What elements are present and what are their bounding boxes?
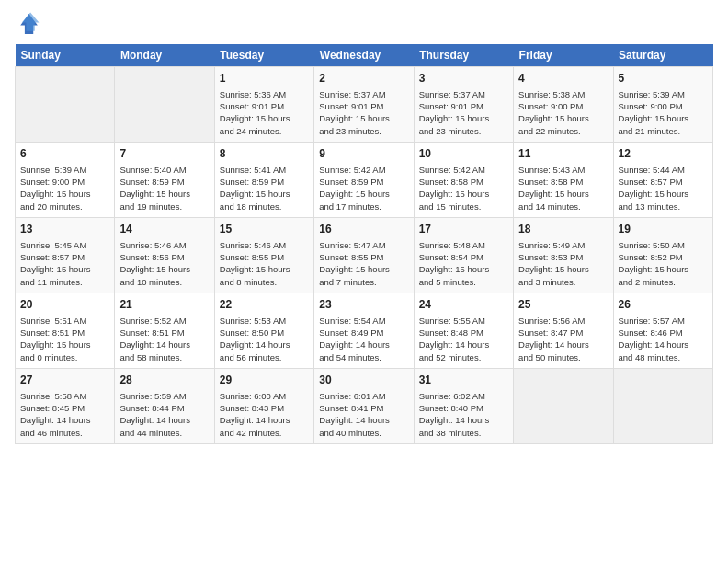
day-number: 10 [419, 146, 508, 162]
day-info: Sunrise: 5:56 AM [518, 315, 608, 327]
day-info: and 2 minutes. [619, 276, 708, 288]
week-row-3: 13Sunrise: 5:45 AMSunset: 8:57 PMDayligh… [16, 218, 713, 293]
day-info: and 0 minutes. [20, 351, 109, 363]
svg-marker-1 [22, 13, 40, 31]
day-info: Sunset: 8:53 PM [518, 251, 608, 263]
day-info: and 5 minutes. [419, 276, 508, 288]
calendar-cell [115, 67, 214, 143]
calendar-cell: 6Sunrise: 5:39 AMSunset: 9:00 PMDaylight… [16, 143, 115, 218]
day-info: Daylight: 15 hours [119, 263, 209, 275]
day-number: 29 [220, 373, 309, 388]
header-row: SundayMondayTuesdayWednesdayThursdayFrid… [16, 44, 713, 67]
day-info: Daylight: 15 hours [518, 188, 608, 200]
day-info: Sunset: 8:50 PM [220, 327, 309, 339]
calendar-cell: 2Sunrise: 5:37 AMSunset: 9:01 PMDaylight… [314, 67, 414, 143]
day-info: and 17 minutes. [319, 201, 408, 213]
day-info: Daylight: 15 hours [119, 188, 209, 200]
day-info: Sunrise: 6:02 AM [419, 390, 508, 402]
calendar-cell: 4Sunrise: 5:38 AMSunset: 9:00 PMDaylight… [514, 67, 613, 143]
day-info: Sunset: 8:49 PM [319, 327, 408, 339]
calendar-cell: 25Sunrise: 5:56 AMSunset: 8:47 PMDayligh… [514, 293, 613, 369]
day-info: Daylight: 15 hours [419, 188, 508, 200]
calendar-cell: 31Sunrise: 6:02 AMSunset: 8:40 PMDayligh… [414, 369, 513, 444]
day-info: Sunrise: 5:39 AM [619, 88, 708, 100]
calendar-cell: 16Sunrise: 5:47 AMSunset: 8:55 PMDayligh… [314, 218, 414, 293]
day-info: and 15 minutes. [419, 201, 508, 213]
day-info: Sunrise: 5:43 AM [518, 164, 608, 176]
header-day-thursday: Thursday [414, 44, 513, 67]
day-info: Sunset: 8:59 PM [319, 176, 408, 188]
day-info: Sunrise: 5:53 AM [220, 315, 309, 327]
day-info: Sunrise: 5:37 AM [419, 88, 508, 100]
day-number: 7 [119, 146, 209, 162]
day-number: 28 [119, 373, 209, 388]
day-info: Daylight: 15 hours [419, 112, 508, 124]
day-info: and 13 minutes. [619, 201, 708, 213]
day-number: 18 [518, 222, 608, 237]
day-number: 9 [319, 146, 408, 162]
day-info: Daylight: 14 hours [220, 339, 309, 350]
calendar-table: SundayMondayTuesdayWednesdayThursdayFrid… [15, 44, 713, 444]
day-info: and 56 minutes. [220, 351, 309, 363]
day-info: Sunset: 8:48 PM [419, 327, 508, 339]
day-info: Daylight: 14 hours [419, 339, 508, 350]
day-info: Sunset: 8:59 PM [220, 176, 309, 188]
day-info: Sunrise: 5:51 AM [20, 315, 109, 327]
day-info: Sunrise: 5:58 AM [20, 390, 109, 402]
day-number: 1 [220, 71, 309, 86]
day-number: 16 [319, 222, 408, 237]
day-info: Daylight: 15 hours [20, 263, 109, 275]
calendar-cell: 19Sunrise: 5:50 AMSunset: 8:52 PMDayligh… [613, 218, 712, 293]
day-info: Daylight: 15 hours [220, 112, 309, 124]
day-number: 22 [220, 297, 309, 313]
day-info: and 22 minutes. [518, 125, 608, 137]
calendar-cell: 20Sunrise: 5:51 AMSunset: 8:51 PMDayligh… [16, 293, 115, 369]
day-number: 26 [619, 297, 708, 313]
day-info: Sunrise: 5:54 AM [319, 315, 408, 327]
day-number: 8 [220, 146, 309, 162]
day-info: Daylight: 14 hours [220, 414, 309, 426]
day-info: Sunrise: 5:48 AM [419, 239, 508, 251]
day-info: and 44 minutes. [119, 427, 209, 439]
day-number: 30 [319, 373, 408, 388]
day-info: Daylight: 15 hours [319, 263, 408, 275]
calendar-cell: 10Sunrise: 5:42 AMSunset: 8:58 PMDayligh… [414, 143, 513, 218]
day-info: Daylight: 15 hours [518, 112, 608, 124]
day-info: Sunset: 8:52 PM [619, 251, 708, 263]
calendar-cell: 27Sunrise: 5:58 AMSunset: 8:45 PMDayligh… [16, 369, 115, 444]
day-info: and 10 minutes. [119, 276, 209, 288]
day-number: 17 [419, 222, 508, 237]
day-info: Sunrise: 5:44 AM [619, 164, 708, 176]
day-info: and 42 minutes. [220, 427, 309, 439]
day-info: Sunrise: 6:00 AM [220, 390, 309, 402]
day-number: 12 [619, 146, 708, 162]
day-info: Sunset: 9:01 PM [319, 100, 408, 112]
day-info: Daylight: 15 hours [619, 112, 708, 124]
day-number: 13 [20, 222, 109, 237]
day-info: Sunrise: 5:37 AM [319, 88, 408, 100]
day-info: Daylight: 14 hours [119, 339, 209, 350]
day-info: Sunset: 8:51 PM [20, 327, 109, 339]
day-info: Sunrise: 5:42 AM [419, 164, 508, 176]
calendar-cell: 3Sunrise: 5:37 AMSunset: 9:01 PMDaylight… [414, 67, 513, 143]
day-info: Daylight: 14 hours [119, 414, 209, 426]
day-number: 24 [419, 297, 508, 313]
calendar-cell [16, 67, 115, 143]
week-row-5: 27Sunrise: 5:58 AMSunset: 8:45 PMDayligh… [16, 369, 713, 444]
day-info: Sunset: 8:57 PM [20, 251, 109, 263]
day-info: Sunset: 9:01 PM [419, 100, 508, 112]
day-info: and 18 minutes. [220, 201, 309, 213]
day-info: and 8 minutes. [220, 276, 309, 288]
day-info: Sunset: 8:46 PM [619, 327, 708, 339]
day-info: Daylight: 15 hours [619, 188, 708, 200]
day-info: Sunset: 8:41 PM [319, 402, 408, 414]
day-number: 4 [518, 71, 608, 86]
calendar-cell: 17Sunrise: 5:48 AMSunset: 8:54 PMDayligh… [414, 218, 513, 293]
day-number: 2 [319, 71, 408, 86]
calendar-cell: 15Sunrise: 5:46 AMSunset: 8:55 PMDayligh… [214, 218, 313, 293]
day-info: Sunrise: 5:59 AM [119, 390, 209, 402]
day-info: and 19 minutes. [119, 201, 209, 213]
day-info: Sunrise: 5:41 AM [220, 164, 309, 176]
calendar-cell: 26Sunrise: 5:57 AMSunset: 8:46 PMDayligh… [613, 293, 712, 369]
week-row-1: 1Sunrise: 5:36 AMSunset: 9:01 PMDaylight… [16, 67, 713, 143]
